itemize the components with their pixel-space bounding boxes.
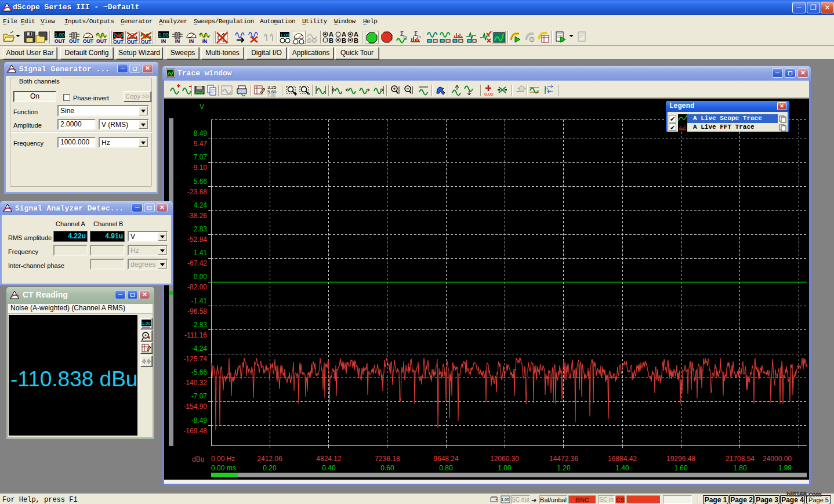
- svg-text:1.00: 1.00: [501, 498, 509, 502]
- svg-text:1.00: 1.00: [142, 321, 151, 326]
